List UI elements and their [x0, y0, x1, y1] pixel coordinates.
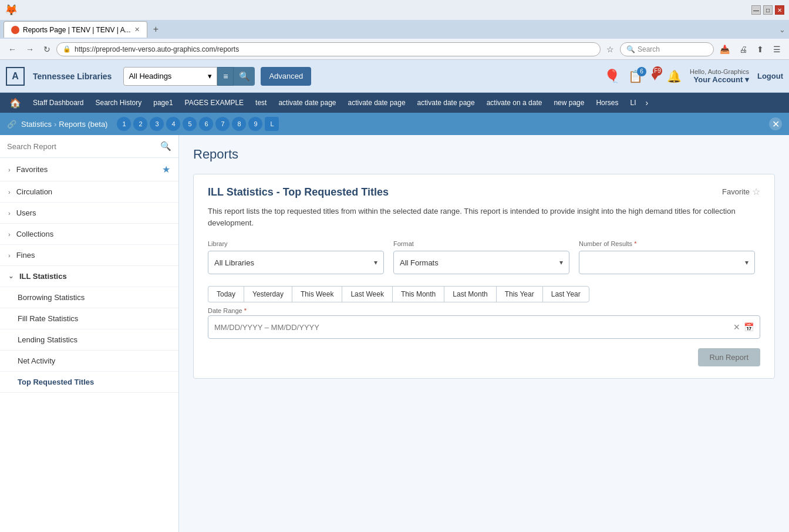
favorites-heart-button[interactable]: ♥ F9	[651, 69, 659, 84]
nav-activate-date-1[interactable]: activate date page	[272, 93, 342, 113]
header-search-button[interactable]: 🔍	[234, 67, 255, 86]
ill-statistics-chevron-icon: ⌄	[8, 272, 14, 280]
date-tab-this-year[interactable]: This Year	[496, 286, 542, 302]
nav-page1[interactable]: page1	[147, 93, 178, 113]
fill-rate-statistics-label: Fill Rate Statistics	[18, 314, 78, 323]
menu-button[interactable]: ☰	[770, 42, 784, 56]
heading-select[interactable]: Library All Headings ▾	[123, 67, 217, 86]
sidebar-subitem-borrowing-statistics[interactable]: Borrowing Statistics	[0, 287, 178, 308]
number-of-results-label: Number of Results *	[579, 240, 755, 247]
content-area: Reports ILL Statistics - Top Requested T…	[179, 135, 789, 532]
nav-li[interactable]: LI	[624, 93, 642, 113]
report-card: ILL Statistics - Top Requested Titles Fa…	[193, 174, 775, 379]
nav-search-history[interactable]: Search History	[90, 93, 148, 113]
nav-new-page[interactable]: new page	[548, 93, 590, 113]
breadcrumb-page-1[interactable]: 1	[117, 117, 131, 131]
tab-close-button[interactable]: ✕	[134, 26, 140, 33]
breadcrumb-page-9[interactable]: 9	[248, 117, 262, 131]
minimize-button[interactable]: —	[751, 5, 761, 15]
account-name[interactable]: Your Account ▾	[690, 75, 749, 84]
date-tab-yesterday[interactable]: Yesterday	[244, 286, 292, 302]
breadcrumb-close-button[interactable]: ✕	[769, 117, 782, 130]
share-button[interactable]: ⬆	[753, 42, 767, 56]
close-button[interactable]: ✕	[775, 5, 784, 15]
breadcrumb-page-6[interactable]: 6	[199, 117, 213, 131]
nav-home[interactable]: 🏠	[4, 93, 27, 113]
date-tab-this-month[interactable]: This Month	[392, 286, 444, 302]
favorite-button[interactable]: Favorite ☆	[722, 186, 760, 197]
breadcrumb-page-7[interactable]: 7	[215, 117, 230, 131]
date-tab-last-week[interactable]: Last Week	[342, 286, 392, 302]
nav-activate-on-date[interactable]: activate on a date	[481, 93, 548, 113]
date-range-input-wrapper: ✕ 📅	[208, 315, 760, 339]
logout-button[interactable]: Logout	[757, 72, 783, 80]
address-bar[interactable]: 🔒 https://preprod-tenv-verso.auto-graphi…	[56, 42, 601, 56]
nav-horses[interactable]: Horses	[590, 93, 624, 113]
sidebar-item-users[interactable]: › Users	[0, 203, 178, 224]
sidebar-item-favorites[interactable]: › Favorites ★	[0, 158, 178, 181]
new-tab-button[interactable]: +	[149, 22, 163, 37]
bell-icon: 🔔	[667, 70, 682, 83]
advanced-button[interactable]: Advanced	[261, 67, 311, 86]
date-range-calendar-icon[interactable]: 📅	[744, 322, 754, 332]
nav-activate-date-3[interactable]: activate date page	[412, 93, 481, 113]
breadcrumb-page-8[interactable]: 8	[232, 117, 246, 131]
sidebar-subitem-fill-rate[interactable]: Fill Rate Statistics	[0, 308, 178, 329]
pocket-button[interactable]: 📥	[716, 42, 733, 56]
sidebar-item-circulation[interactable]: › Circulation	[0, 181, 178, 203]
breadcrumb-reports[interactable]: Reports (beta)	[59, 120, 107, 129]
browser-search-bar[interactable]: 🔍 Search	[620, 42, 714, 56]
sidebar-subitem-lending-statistics[interactable]: Lending Statistics	[0, 329, 178, 351]
forward-button[interactable]: →	[22, 42, 38, 56]
number-required-asterisk: *	[634, 240, 636, 247]
breadcrumb-page-l[interactable]: L	[265, 117, 279, 131]
number-of-results-select[interactable]: ▾	[579, 251, 755, 274]
account-name-label: Your Account	[694, 75, 743, 84]
back-button[interactable]: ←	[5, 42, 20, 56]
nav-staff-dashboard[interactable]: Staff Dashboard	[27, 93, 90, 113]
library-select[interactable]: All Libraries ▾	[208, 251, 384, 274]
sidebar-item-collections[interactable]: › Collections	[0, 224, 178, 245]
ill-statistics-label: ILL Statistics	[19, 272, 67, 281]
nav-pages-example[interactable]: PAGES EXAMPLE	[179, 93, 249, 113]
stack-icon[interactable]: ≡	[217, 67, 234, 86]
breadcrumb-page-3[interactable]: 3	[150, 117, 164, 131]
tab-list-button[interactable]: ⌄	[779, 25, 785, 34]
nav-activate-date-2[interactable]: activate date page	[342, 93, 412, 113]
breadcrumb-page-2[interactable]: 2	[133, 117, 147, 131]
sidebar-subitem-top-requested-titles[interactable]: Top Requested Titles	[0, 372, 178, 393]
breadcrumb-bar: 🔗 Statistics › Reports (beta) 1 2 3 4 5 …	[0, 113, 789, 135]
sidebar-search-icon[interactable]: 🔍	[160, 141, 171, 151]
number-of-results-group: Number of Results * ▾	[579, 240, 755, 274]
sidebar-subitem-net-activity[interactable]: Net Activity	[0, 351, 178, 372]
breadcrumb-statistics[interactable]: Statistics	[21, 120, 52, 129]
window-controls[interactable]: — □ ✕	[751, 5, 784, 15]
search-report-input[interactable]	[7, 142, 157, 151]
date-tab-last-year[interactable]: Last Year	[542, 286, 589, 302]
breadcrumb-page-4[interactable]: 4	[166, 117, 180, 131]
library-select-value: All Libraries	[214, 258, 254, 267]
sidebar-item-fines[interactable]: › Fines	[0, 245, 178, 266]
date-tab-today[interactable]: Today	[208, 286, 244, 302]
sidebar-item-ill-statistics[interactable]: ⌄ ILL Statistics	[0, 266, 178, 287]
bookmark-button[interactable]: ☆	[603, 42, 618, 56]
search-icon: 🔍	[626, 45, 635, 53]
number-label-text: Number of Results	[579, 240, 632, 247]
date-range-clear-button[interactable]: ✕	[733, 322, 740, 332]
run-report-button[interactable]: Run Report	[698, 348, 760, 366]
library-label: Library	[208, 240, 384, 247]
notifications-button[interactable]: 📋 6	[628, 69, 643, 83]
date-tab-this-week[interactable]: This Week	[292, 286, 342, 302]
browser-tab-active[interactable]: Reports Page | TENV | TENV | A... ✕	[4, 21, 147, 38]
print-button[interactable]: 🖨	[736, 42, 751, 56]
nav-more-button[interactable]: ›	[642, 98, 652, 107]
date-range-input[interactable]	[214, 323, 730, 332]
date-tab-last-month[interactable]: Last Month	[444, 286, 495, 302]
breadcrumb-page-5[interactable]: 5	[183, 117, 197, 131]
bell-button[interactable]: 🔔	[667, 69, 682, 83]
reload-button[interactable]: ↻	[40, 42, 54, 56]
maximize-button[interactable]: □	[763, 5, 773, 15]
date-range-required-asterisk: *	[244, 307, 247, 314]
nav-test[interactable]: test	[249, 93, 272, 113]
format-select[interactable]: All Formats ▾	[393, 251, 569, 274]
